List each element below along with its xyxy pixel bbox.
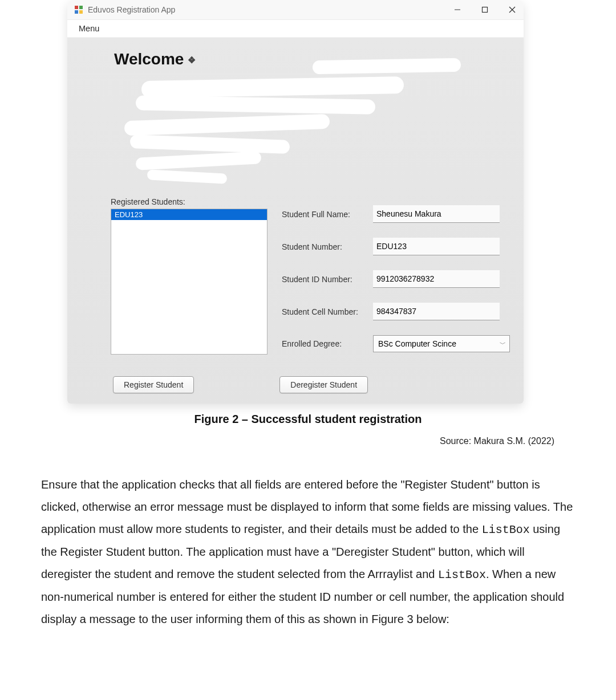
menubar: Menu <box>67 20 524 38</box>
code-listbox: ListBox <box>482 523 530 536</box>
student-cell-field[interactable] <box>373 303 500 320</box>
register-student-button[interactable]: Register Student <box>113 376 194 393</box>
app-window: Eduvos Registration App Menu Welcome <box>67 0 524 404</box>
student-id-label: Student ID Number: <box>282 275 373 284</box>
svg-rect-3 <box>79 10 83 14</box>
redaction-smudge <box>147 169 228 184</box>
chevron-down-icon: ﹀ <box>500 340 506 348</box>
titlebar: Eduvos Registration App <box>67 0 524 20</box>
code-listbox: ListBox <box>438 568 486 581</box>
deregister-student-button[interactable]: Deregister Student <box>279 376 368 393</box>
list-item[interactable]: EDU123 <box>111 209 267 220</box>
close-button[interactable] <box>506 4 518 15</box>
svg-rect-0 <box>75 6 78 9</box>
full-name-label: Student Full Name: <box>282 210 373 219</box>
menu-item[interactable]: Menu <box>73 22 105 35</box>
figure-caption: Figure 2 – Successful student registrati… <box>0 413 616 426</box>
instruction-paragraph: Ensure that the application checks that … <box>41 474 576 630</box>
student-number-label: Student Number: <box>282 242 373 251</box>
registered-students-listbox[interactable]: EDU123 <box>111 209 268 355</box>
svg-rect-1 <box>79 6 83 9</box>
registered-students-label: Registered Students: <box>111 197 269 206</box>
redaction-smudge <box>130 135 290 154</box>
maximize-button[interactable] <box>479 4 491 15</box>
enrolled-degree-value: BSc Computer Scince <box>378 339 456 348</box>
redaction-smudge <box>136 95 375 114</box>
svg-rect-2 <box>75 10 78 14</box>
figure-source: Source: Makura S.M. (2022) <box>0 436 554 446</box>
redaction-smudge <box>124 114 330 136</box>
student-number-field[interactable] <box>373 238 500 255</box>
minimize-button[interactable] <box>452 4 463 15</box>
redaction-smudge <box>136 151 262 170</box>
window-title: Eduvos Registration App <box>88 5 175 14</box>
welcome-heading: Welcome <box>114 50 197 68</box>
client-area: Welcome Registered Students: EDU123 <box>67 38 524 404</box>
enrolled-degree-combobox[interactable]: BSc Computer Scince ﹀ <box>373 335 510 352</box>
enrolled-degree-label: Enrolled Degree: <box>282 339 373 348</box>
redaction-smudge <box>141 76 404 98</box>
student-id-field[interactable] <box>373 270 500 288</box>
app-icon <box>74 5 83 14</box>
student-cell-label: Student Cell Number: <box>282 307 373 316</box>
svg-rect-5 <box>483 7 488 13</box>
redaction-smudge <box>313 58 461 75</box>
full-name-field[interactable] <box>373 205 500 223</box>
